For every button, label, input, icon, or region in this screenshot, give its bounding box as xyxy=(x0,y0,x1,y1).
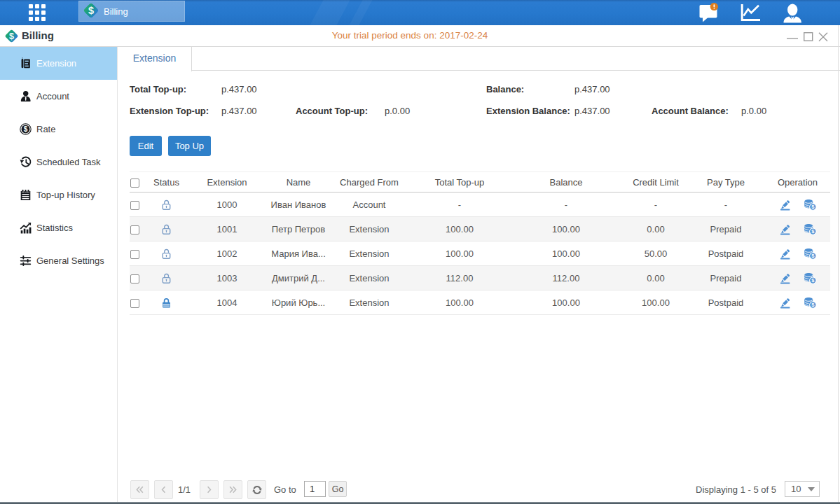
total-topup-cell: 100.00 xyxy=(412,290,507,315)
account-balance-label: Account Balance: xyxy=(652,106,729,116)
sidebar: Extension Account $ Rate xyxy=(0,47,118,502)
trial-notice: Your trial period ends on: 2017-02-24 xyxy=(332,25,488,46)
column-header-operation: Operation xyxy=(765,172,830,192)
user-account-icon[interactable] xyxy=(781,0,804,25)
balance-label: Balance: xyxy=(486,85,524,94)
select-all-checkbox[interactable] xyxy=(130,178,139,188)
edit-pencil-icon[interactable] xyxy=(779,248,792,260)
goto-page-input[interactable] xyxy=(304,481,326,497)
account-topup-value: p.0.00 xyxy=(385,106,410,116)
table-header-row: Status Extension Name Charged From Total… xyxy=(130,172,830,192)
balance-cell: - xyxy=(507,192,625,217)
total-topup-label: Total Top-up: xyxy=(130,85,186,94)
balance-value: p.437.00 xyxy=(574,85,610,94)
top-up-coins-icon[interactable]: $ xyxy=(803,223,817,235)
sidebar-item-topup-history[interactable]: Top-up History xyxy=(0,178,117,211)
topup-history-notepad-icon xyxy=(20,189,32,201)
table-row-extension-1001[interactable]: 1001 Петр Петров Extension 100.00 100.00… xyxy=(130,217,830,241)
edit-pencil-icon[interactable] xyxy=(779,272,792,284)
row-checkbox[interactable] xyxy=(130,250,139,259)
notifications-icon[interactable] xyxy=(698,0,720,25)
page-indicator: 1/1 xyxy=(172,480,196,499)
balance-cell: 112.00 xyxy=(507,266,625,290)
top-up-coins-icon[interactable]: $ xyxy=(803,198,817,211)
window-title: Billing xyxy=(22,25,54,46)
column-header-charged-from: Charged From xyxy=(326,172,412,192)
sidebar-item-rate[interactable]: $ Rate xyxy=(0,113,117,146)
top-up-coins-icon[interactable]: $ xyxy=(803,272,817,284)
extension-cell: 1000 xyxy=(184,192,270,217)
edit-pencil-icon[interactable] xyxy=(779,297,792,309)
sidebar-item-scheduled-task[interactable]: Scheduled Task xyxy=(0,146,117,178)
status-cell xyxy=(149,241,184,266)
minimize-button[interactable] xyxy=(786,31,797,42)
go-button[interactable]: Go xyxy=(329,481,347,497)
lock-closed-icon xyxy=(161,297,172,309)
chevron-right-icon xyxy=(204,484,214,495)
tab-extension[interactable]: Extension xyxy=(118,47,192,71)
statistics-bars-icon xyxy=(20,222,32,234)
edit-pencil-icon[interactable] xyxy=(779,223,792,235)
sidebar-item-label: Scheduled Task xyxy=(36,157,101,167)
name-cell: Иван Иванов xyxy=(270,192,326,217)
table-row-extension-1000[interactable]: 1000 Иван Иванов Account - - - - xyxy=(130,192,830,217)
charged-from-cell: Account xyxy=(326,192,412,217)
page-size-select[interactable]: 10 xyxy=(785,481,820,497)
extensions-table: Status Extension Name Charged From Total… xyxy=(130,172,830,315)
pagination-first-button[interactable] xyxy=(130,480,149,499)
top-up-coins-icon[interactable]: $ xyxy=(803,296,817,309)
credit-limit-cell: - xyxy=(625,192,687,217)
column-header-credit-limit: Credit Limit xyxy=(625,172,687,192)
total-topup-cell: 112.00 xyxy=(412,266,507,290)
row-checkbox[interactable] xyxy=(130,274,139,284)
operation-cell: $ xyxy=(765,192,830,217)
general-settings-sliders-icon xyxy=(20,255,32,267)
dropdown-arrow-icon xyxy=(808,487,815,491)
rate-dollar-icon: $ xyxy=(20,123,32,135)
total-topup-cell: - xyxy=(412,192,507,217)
row-checkbox[interactable] xyxy=(130,225,139,234)
pay-type-cell: Postpaid xyxy=(687,241,765,266)
pagination-prev-button[interactable] xyxy=(154,480,173,499)
close-button[interactable] xyxy=(818,31,829,42)
top-up-coins-icon[interactable]: $ xyxy=(803,247,817,260)
table-row-extension-1002[interactable]: 1002 Мария Ива... Extension 100.00 100.0… xyxy=(130,241,830,266)
main-panel: Extension Total Top-up: p.437.00 Balance… xyxy=(118,47,840,502)
pagination-next-button[interactable] xyxy=(200,480,219,499)
pagination-last-button[interactable] xyxy=(223,480,242,499)
sidebar-item-label: Account xyxy=(36,91,69,102)
scheduled-task-history-icon xyxy=(20,156,32,168)
sidebar-item-label: Statistics xyxy=(36,223,73,233)
operation-cell: $ xyxy=(765,266,830,290)
credit-limit-cell: 100.00 xyxy=(625,290,687,315)
sidebar-item-extension[interactable]: Extension xyxy=(0,47,117,80)
maximize-button[interactable] xyxy=(803,31,814,42)
apps-grid-icon[interactable] xyxy=(29,4,46,20)
resource-monitor-icon[interactable] xyxy=(738,0,762,25)
account-balance-value: p.0.00 xyxy=(741,106,766,116)
name-cell: Петр Петров xyxy=(270,217,326,241)
sidebar-item-general-settings[interactable]: General Settings xyxy=(0,244,117,277)
status-cell xyxy=(149,217,184,241)
taskbar-tab-billing[interactable]: $ Billing xyxy=(78,1,185,22)
row-checkbox[interactable] xyxy=(130,299,139,308)
credit-limit-cell: 0.00 xyxy=(625,266,687,290)
pagination-refresh-button[interactable] xyxy=(247,480,266,499)
table-row-extension-1003[interactable]: 1003 Дмитрий Д... Extension 112.00 112.0… xyxy=(130,266,830,290)
column-header-extension: Extension xyxy=(184,172,270,192)
sidebar-item-account[interactable]: Account xyxy=(0,80,117,113)
sidebar-item-label: Rate xyxy=(36,124,55,134)
row-checkbox[interactable] xyxy=(130,201,139,210)
table-row-extension-1004[interactable]: 1004 Юрий Юрь... Extension 100.00 100.00… xyxy=(130,290,830,315)
name-cell: Дмитрий Д... xyxy=(270,266,326,290)
top-up-button[interactable]: Top Up xyxy=(168,136,211,156)
charged-from-cell: Extension xyxy=(326,241,412,266)
sidebar-item-statistics[interactable]: Statistics xyxy=(0,211,117,244)
sidebar-item-label: Extension xyxy=(36,58,76,69)
edit-pencil-icon[interactable] xyxy=(779,199,792,211)
pay-type-cell: Prepaid xyxy=(687,217,765,241)
charged-from-cell: Extension xyxy=(326,290,412,315)
balance-cell: 100.00 xyxy=(507,241,625,266)
edit-button[interactable]: Edit xyxy=(130,136,162,156)
column-header-status: Status xyxy=(149,172,184,192)
